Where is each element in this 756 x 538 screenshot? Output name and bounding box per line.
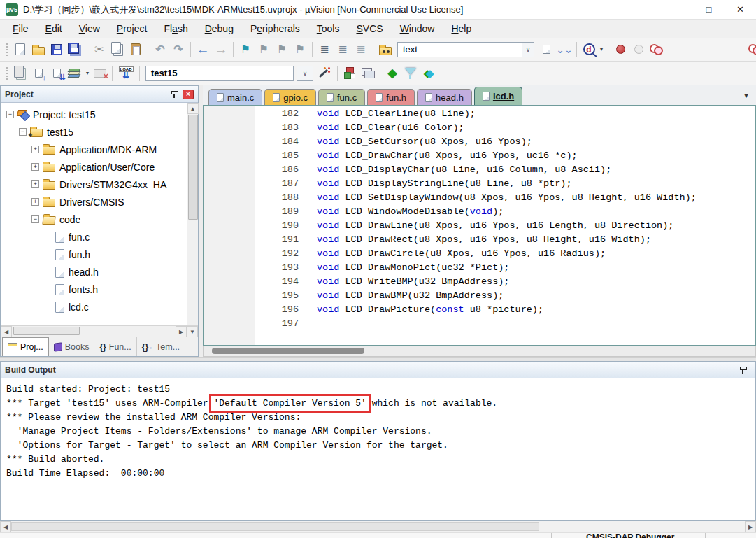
- editor-hscroll-thumb[interactable]: [212, 348, 364, 354]
- hscroll-thumb[interactable]: [13, 327, 80, 335]
- maximize-button[interactable]: □: [693, 0, 725, 19]
- code-line[interactable]: 190void LCD_DrawLine(u8 Xpos, u16 Ypos, …: [255, 220, 755, 234]
- menu-file[interactable]: File: [4, 22, 37, 36]
- search-dropdown-icon[interactable]: ∨: [522, 43, 534, 57]
- new-file-button[interactable]: [11, 41, 29, 59]
- tree-expander[interactable]: −: [6, 111, 14, 118]
- select-packs-button[interactable]: [401, 64, 420, 83]
- previous-bookmark-button[interactable]: ⚑: [255, 41, 273, 59]
- copy-button[interactable]: [108, 41, 127, 59]
- code-line[interactable]: 189void LCD_WindowModeDisable(void);: [255, 206, 755, 220]
- code-line[interactable]: 195void LCD_DrawBMP(u32 BmpAddress);: [255, 290, 755, 304]
- code-line[interactable]: 186void LCD_DisplayChar(u8 Line, u16 Col…: [255, 164, 755, 178]
- tree-item-code[interactable]: −code: [1, 211, 187, 228]
- tree-item-lcd-c[interactable]: lcd.c: [1, 298, 187, 316]
- build-output-line[interactable]: *** Please review the installed ARM Comp…: [6, 411, 750, 425]
- scroll-right-icon[interactable]: ▶: [745, 521, 756, 532]
- code-line[interactable]: 192void LCD_DrawCircle(u8 Xpos, u16 Ypos…: [255, 248, 755, 262]
- project-tree-vscrollbar[interactable]: ▲: [187, 103, 198, 325]
- panel-tab-proj[interactable]: Proj...: [2, 337, 49, 356]
- save-all-button[interactable]: [66, 41, 84, 59]
- panel-close-button[interactable]: ×: [183, 90, 194, 99]
- scroll-left-icon[interactable]: ◀: [0, 521, 11, 532]
- bottom-hscrollbar[interactable]: ◀ ▶: [0, 521, 756, 532]
- search-combo[interactable]: text ∨: [397, 42, 534, 57]
- batch-build-button[interactable]: [66, 64, 84, 83]
- debug-dropdown-caret[interactable]: ▾: [598, 46, 605, 52]
- build-output-line[interactable]: *** Target 'test15' uses ARM-Compiler 'D…: [6, 397, 750, 411]
- toggle-bookmark-button[interactable]: ⚑: [236, 41, 255, 59]
- download-button[interactable]: LOAD⇊: [115, 64, 136, 83]
- tab-fun-h[interactable]: fun.h: [367, 89, 415, 105]
- menu-peripherals[interactable]: Peripherals: [242, 22, 308, 36]
- editor-hscrollbar[interactable]: [203, 346, 756, 357]
- uncomment-button[interactable]: ≣: [352, 41, 370, 59]
- code-line[interactable]: 188void LCD_SetDisplayWindow(u8 Xpos, u1…: [255, 192, 755, 206]
- tree-item-project-test15[interactable]: −Project: test15: [1, 106, 187, 123]
- scroll-left-icon[interactable]: ◀: [1, 326, 12, 337]
- menu-debug[interactable]: Debug: [197, 22, 242, 36]
- translate-button[interactable]: [11, 64, 29, 83]
- build-output-line[interactable]: 'Manage Project Items - Folders/Extensio…: [6, 425, 750, 439]
- pack-installer-button[interactable]: ◆◆: [420, 64, 438, 83]
- save-button[interactable]: [48, 41, 66, 59]
- code-line[interactable]: 191void LCD_DrawRect(u8 Xpos, u16 Ypos, …: [255, 234, 755, 248]
- build-output-line[interactable]: *** Build aborted.: [6, 453, 750, 467]
- minimize-button[interactable]: —: [662, 0, 693, 19]
- pin-icon[interactable]: [739, 366, 747, 374]
- tree-item-fun-c[interactable]: fun.c: [1, 228, 187, 246]
- rebuild-button[interactable]: ⇊: [48, 64, 66, 83]
- scroll-down-icon[interactable]: ▼: [187, 326, 198, 337]
- tree-item-drivers-stm32g4xx-ha[interactable]: +Drivers/STM32G4xx_HA: [1, 176, 187, 193]
- menu-flash[interactable]: Flash: [155, 22, 196, 36]
- toolbar-grip[interactable]: [6, 66, 8, 80]
- tree-item-test15[interactable]: −test15: [1, 123, 187, 141]
- comment-button[interactable]: ≣: [334, 41, 352, 59]
- code-line[interactable]: 187void LCD_DisplayStringLine(u8 Line, u…: [255, 178, 755, 192]
- code-line[interactable]: 194void LCD_WriteBMP(u32 BmpAddress);: [255, 276, 755, 290]
- insert-breakpoint-button[interactable]: [611, 41, 629, 59]
- paste-button[interactable]: [127, 41, 145, 59]
- pin-icon[interactable]: [170, 90, 178, 99]
- panel-tab-books[interactable]: Books: [49, 337, 95, 356]
- cut-button[interactable]: ✂: [90, 41, 108, 59]
- close-button[interactable]: ✕: [725, 0, 756, 19]
- tab-lcd-h[interactable]: lcd.h: [474, 87, 522, 105]
- menu-help[interactable]: Help: [443, 22, 480, 36]
- tree-expander[interactable]: +: [31, 180, 39, 188]
- clear-bookmarks-button[interactable]: ⚑: [291, 41, 309, 59]
- menu-view[interactable]: View: [71, 22, 108, 36]
- search-input[interactable]: text: [398, 44, 522, 55]
- target-dropdown[interactable]: ∨: [297, 66, 313, 81]
- code-line[interactable]: 197: [255, 318, 755, 332]
- code-line[interactable]: 184void LCD_SetCursor(u8 Xpos, u16 Ypos)…: [255, 136, 755, 150]
- redo-button[interactable]: ↷: [169, 41, 187, 59]
- toolbar-grip[interactable]: [6, 43, 8, 57]
- code-line[interactable]: 193void LCD_DrawMonoPict(uc32 *Pict);: [255, 262, 755, 276]
- build-output-line[interactable]: 'Options for Target - Target' to select …: [6, 439, 750, 453]
- find-in-files-button[interactable]: [376, 41, 394, 59]
- code-line[interactable]: 196void LCD_DrawPicture(const u8 *pictur…: [255, 304, 755, 318]
- incremental-find-button[interactable]: ⌄⌄: [555, 41, 573, 59]
- build-output-line[interactable]: Build Time Elapsed: 00:00:00: [6, 467, 750, 481]
- tab-list-dropdown[interactable]: ▼: [741, 90, 752, 101]
- tree-expander[interactable]: +: [31, 146, 39, 153]
- menu-edit[interactable]: Edit: [37, 22, 71, 36]
- options-for-target-button[interactable]: [316, 64, 334, 83]
- start-stop-debug-button[interactable]: d: [580, 41, 598, 59]
- code-editor[interactable]: 182void LCD_ClearLine(u8 Line);183void L…: [203, 105, 756, 346]
- code-line[interactable]: 182void LCD_ClearLine(u8 Line);: [255, 108, 755, 122]
- manage-runtime-environment-button[interactable]: [359, 64, 377, 83]
- batch-build-caret[interactable]: ▾: [84, 70, 91, 76]
- tree-expander[interactable]: −: [19, 128, 27, 136]
- tree-item-fonts-h[interactable]: fonts.h: [1, 281, 187, 298]
- panel-tab-fun[interactable]: {}Fun...: [94, 337, 136, 356]
- tree-item-fun-h[interactable]: fun.h: [1, 246, 187, 263]
- vscroll-thumb[interactable]: [188, 115, 198, 220]
- disable-all-breakpoints-button[interactable]: [748, 44, 756, 55]
- bottom-hscroll-thumb[interactable]: [11, 522, 539, 531]
- indent-button[interactable]: ≣: [315, 41, 334, 59]
- code-line[interactable]: 183void LCD_Clear(u16 Color);: [255, 122, 755, 136]
- tree-expander[interactable]: +: [31, 198, 39, 206]
- scroll-right-icon[interactable]: ▶: [176, 326, 187, 337]
